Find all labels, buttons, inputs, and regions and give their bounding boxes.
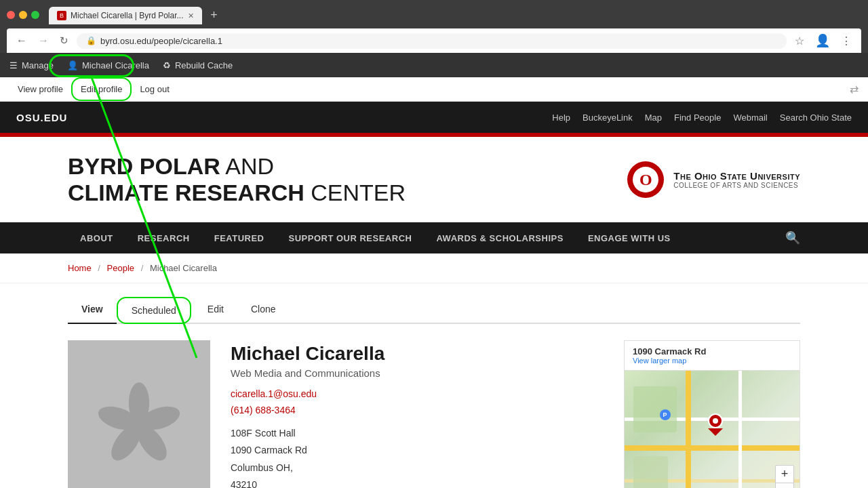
- osu-topnav: OSU.EDU Help BuckeyeLink Map Find People…: [0, 102, 868, 133]
- profile-photo: [68, 340, 210, 488]
- address-bar[interactable]: 🔒 byrd.osu.edu/people/cicarella.1: [77, 33, 787, 49]
- map-zoom-controls: + −: [775, 465, 794, 488]
- osu-edu-link[interactable]: OSU.EDU: [16, 112, 67, 123]
- map-pin: [708, 413, 723, 436]
- nav-back-button[interactable]: ←: [14, 35, 30, 47]
- nav-support[interactable]: SUPPORT OUR RESEARCH: [277, 222, 425, 253]
- site-title: BYRD POLAR AND CLIMATE RESEARCH CENTER: [68, 153, 406, 206]
- logout-link[interactable]: Log out: [132, 79, 177, 100]
- buckeye-leaf-icon: [95, 381, 183, 469]
- topnav-search[interactable]: Search Ohio State: [780, 113, 852, 123]
- admin-bar: ☰ Manage 👤 Michael Cicarella ♻ Rebuild C…: [0, 53, 868, 77]
- nav-reload-button[interactable]: ↻: [57, 35, 71, 47]
- breadcrumb-current: Michael Cicarella: [150, 263, 217, 273]
- user-icon: 👤: [67, 60, 78, 70]
- map-address-bar: 1090 Carmack Rd View larger map: [624, 340, 800, 370]
- profile-phone[interactable]: (614) 688-3464: [231, 405, 604, 415]
- breadcrumb-sep-2: /: [141, 263, 144, 273]
- title-bold-1: BYRD POLAR: [68, 153, 220, 179]
- osu-logo-circle: O: [627, 161, 664, 198]
- topnav-map[interactable]: Map: [645, 113, 662, 123]
- tab-close-icon[interactable]: ✕: [188, 12, 194, 20]
- tab-view[interactable]: View: [68, 297, 117, 324]
- browser-account-icon[interactable]: 👤: [812, 33, 833, 48]
- view-profile-link[interactable]: View profile: [9, 79, 71, 100]
- nav-featured[interactable]: FEATURED: [202, 222, 277, 253]
- osu-o-logo: O: [639, 171, 652, 189]
- profile-layout: Michael Cicarella Web Media and Communic…: [68, 340, 800, 488]
- breadcrumb-home[interactable]: Home: [68, 263, 92, 273]
- edit-profile-link[interactable]: Edit profile: [71, 77, 132, 101]
- svg-point-6: [133, 420, 144, 431]
- tab-title: Michael Cicarella | Byrd Polar...: [71, 11, 184, 20]
- browser-tabs: B Michael Cicarella | Byrd Polar... ✕ +: [49, 5, 861, 24]
- browser-menu-icon[interactable]: ⋮: [838, 35, 854, 47]
- breadcrumb: Home / People / Michael Cicarella: [0, 253, 868, 283]
- admin-user[interactable]: 👤 Michael Cicarella: [67, 60, 149, 70]
- active-tab[interactable]: B Michael Cicarella | Byrd Polar... ✕: [49, 7, 202, 24]
- university-name: The Ohio State University: [673, 170, 800, 182]
- browser-star-icon[interactable]: ☆: [792, 35, 807, 47]
- address-bar-row: ← → ↻ 🔒 byrd.osu.edu/people/cicarella.1 …: [7, 28, 861, 53]
- url-text: byrd.osu.edu/people/cicarella.1: [100, 36, 222, 46]
- window-controls: [7, 11, 39, 19]
- page-content: View Scheduled Edit Clone: [0, 283, 868, 488]
- osu-logo-text: The Ohio State University College of Art…: [673, 170, 800, 189]
- profile-info: Michael Cicarella Web Media and Communic…: [231, 340, 604, 488]
- admin-rebuild[interactable]: ♻ Rebuild Cache: [163, 60, 233, 70]
- tab-scheduled[interactable]: Scheduled: [117, 297, 191, 324]
- hamburger-icon: ☰: [9, 60, 18, 70]
- nav-engage[interactable]: ENGAGE WITH US: [576, 222, 683, 253]
- map-image[interactable]: P + −: [624, 370, 800, 488]
- profile-title: Web Media and Communications: [231, 367, 604, 379]
- nav-about[interactable]: ABOUT: [68, 222, 125, 253]
- profile-address: 108F Scott Hall 1090 Carmack Rd Columbus…: [231, 425, 604, 488]
- topnav-findpeople[interactable]: Find People: [674, 113, 721, 123]
- main-nav: ABOUT RESEARCH FEATURED SUPPORT OUR RESE…: [0, 222, 868, 253]
- maximize-dot[interactable]: [31, 11, 39, 19]
- site-header: BYRD POLAR AND CLIMATE RESEARCH CENTER O…: [0, 137, 868, 222]
- content-tabs: View Scheduled Edit Clone: [68, 297, 800, 324]
- breadcrumb-sep-1: /: [98, 263, 100, 273]
- title-bold-2: CLIMATE RESEARCH: [68, 180, 304, 205]
- tab-clone[interactable]: Clone: [237, 297, 290, 324]
- minimize-dot[interactable]: [19, 11, 27, 19]
- nav-awards[interactable]: AWARDS & SCHOLARSHIPS: [424, 222, 575, 253]
- map-zoom-in-button[interactable]: +: [776, 466, 793, 483]
- topnav-help[interactable]: Help: [552, 113, 570, 123]
- breadcrumb-people[interactable]: People: [107, 263, 134, 273]
- new-tab-button[interactable]: +: [205, 5, 224, 24]
- profile-email[interactable]: cicarella.1@osu.edu: [231, 388, 604, 399]
- rebuild-icon: ♻: [163, 60, 171, 70]
- tab-edit[interactable]: Edit: [194, 297, 237, 324]
- map-zoom-out-button[interactable]: −: [776, 483, 793, 488]
- college-name: College of Arts and Sciences: [673, 182, 800, 189]
- topnav-buckeyelink[interactable]: BuckeyeLink: [583, 113, 633, 123]
- profile-submenu: View profile Edit profile Log out ⇄: [0, 77, 868, 102]
- nav-forward-button[interactable]: →: [35, 35, 52, 47]
- title-normal-1: AND: [220, 153, 274, 179]
- map-view-larger-link[interactable]: View larger map: [633, 357, 791, 365]
- map-container: 1090 Carmack Rd View larger map: [624, 340, 800, 488]
- browser-chrome: B Michael Cicarella | Byrd Polar... ✕ + …: [0, 0, 868, 53]
- topnav-links: Help BuckeyeLink Map Find People Webmail…: [552, 113, 852, 123]
- topnav-webmail[interactable]: Webmail: [733, 113, 767, 123]
- admin-manage[interactable]: ☰ Manage: [9, 60, 54, 70]
- submenu-right-icon: ⇄: [850, 83, 859, 96]
- nav-search-icon[interactable]: 🔍: [785, 230, 800, 245]
- title-normal-2: CENTER: [304, 180, 406, 205]
- lock-icon: 🔒: [86, 36, 96, 45]
- nav-research[interactable]: RESEARCH: [125, 222, 202, 253]
- osu-logo-area: O The Ohio State University College of A…: [627, 161, 800, 198]
- tab-favicon: B: [57, 11, 66, 20]
- close-dot[interactable]: [7, 11, 15, 19]
- profile-name: Michael Cicarella: [231, 343, 604, 365]
